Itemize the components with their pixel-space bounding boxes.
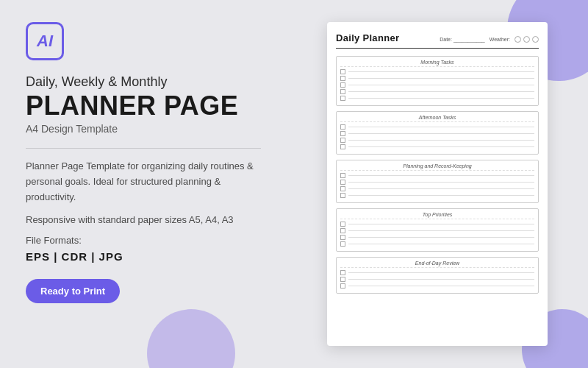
task-line [348,91,534,92]
task-line [348,286,534,286]
description1: Planner Page Template for organizing dai… [26,159,261,205]
ai-badge: AI [26,22,64,60]
task-line [348,237,534,238]
task-line [348,272,534,273]
weather-icon-1 [514,36,521,43]
task-line [348,98,534,99]
task-row [340,228,534,233]
description2: Responsive with standard paper sizes A5,… [26,213,261,228]
task-line [348,244,534,244]
task-line [348,182,534,183]
task-row [340,144,534,149]
planner-section: Top Priorities [336,208,539,252]
section-title: Afternoon Tasks [340,115,534,122]
ready-to-print-button[interactable]: Ready to Print [26,279,120,303]
planner-header: Daily Planner Date: ___________ Weather: [336,32,539,49]
task-row [340,69,534,74]
left-panel: AI Daily, Weekly & Monthly PLANNER PAGE … [0,0,287,368]
task-checkbox [340,228,345,233]
task-checkbox [340,277,345,282]
task-line [348,175,534,176]
task-checkbox [340,144,345,149]
task-line [348,140,534,141]
task-row [340,124,534,130]
planner-preview: Daily Planner Date: ___________ Weather:… [327,22,548,346]
weather-icons [514,36,539,43]
task-checkbox [340,235,345,240]
section-title: Top Priorities [340,212,534,219]
task-row [340,89,534,94]
planner-doc-title: Daily Planner [336,32,399,43]
task-line [348,195,534,196]
task-checkbox [340,283,345,289]
right-panel: Daily Planner Date: ___________ Weather:… [287,0,588,368]
task-row [340,241,534,247]
task-line [348,230,534,231]
weather-icon-2 [523,36,530,43]
planner-section: Morning Tasks [336,56,539,106]
task-row [340,131,534,136]
task-checkbox [340,138,345,143]
task-checkbox [340,222,345,227]
task-checkbox [340,89,345,94]
task-row [340,82,534,88]
weather-icon-3 [532,36,539,43]
planner-section: Planning and Record-Keeping [336,160,539,203]
task-checkbox [340,186,345,191]
task-line [348,224,534,224]
task-row [340,76,534,81]
task-checkbox [340,96,345,101]
task-row [340,173,534,178]
task-row [340,186,534,191]
task-row [340,222,534,227]
task-checkbox [340,82,345,88]
title-line2: PLANNER PAGE [26,92,261,120]
task-row [340,277,534,282]
date-label: Date: ___________ [440,37,485,42]
task-checkbox [340,124,345,130]
task-row [340,270,534,275]
task-row [340,180,534,185]
section-title: Morning Tasks [340,60,534,67]
task-line [348,71,534,72]
task-line [348,133,534,134]
task-checkbox [340,270,345,275]
ai-badge-text: AI [37,32,53,51]
section-title: End-of-Day Review [340,261,534,268]
task-row [340,96,534,101]
task-line [348,85,534,85]
task-checkbox [340,69,345,74]
planner-sections: Morning TasksAfternoon TasksPlanning and… [336,56,539,294]
task-checkbox [340,180,345,185]
planner-section: Afternoon Tasks [336,111,539,155]
task-row [340,235,534,240]
section-title: Planning and Record-Keeping [340,163,534,171]
task-checkbox [340,76,345,81]
task-line [348,127,534,127]
task-row [340,138,534,143]
divider [26,148,261,149]
weather-label: Weather: [490,37,510,42]
task-checkbox [340,173,345,178]
task-checkbox [340,131,345,136]
title-line1: Daily, Weekly & Monthly [26,74,261,91]
task-row [340,193,534,198]
task-line [348,188,534,189]
planner-section: End-of-Day Review [336,257,539,294]
task-row [340,283,534,289]
task-checkbox [340,193,345,198]
task-line [348,279,534,280]
task-line [348,78,534,79]
formats-values: EPS | CDR | JPG [26,250,261,263]
task-checkbox [340,241,345,247]
task-line [348,146,534,147]
formats-label: File Formats: [26,235,261,246]
subtitle: A4 Design Template [26,123,261,135]
planner-meta: Date: ___________ Weather: [440,36,539,43]
